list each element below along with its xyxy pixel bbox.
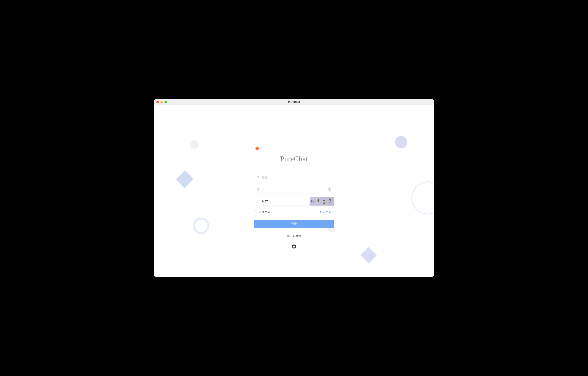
forgot-password-link[interactable]: 忘记密码？ — [320, 210, 334, 214]
login-card: PureChat — [254, 146, 334, 249]
checkbox-box — [254, 210, 257, 214]
titlebar: PureChat — [154, 99, 434, 105]
minimize-window-button[interactable] — [160, 101, 163, 103]
svg-point-0 — [258, 177, 259, 177]
captcha-input[interactable] — [262, 200, 307, 203]
toggle-password-visibility-icon[interactable] — [328, 188, 332, 191]
decoration-diamond — [176, 171, 194, 188]
app-title: PureChat — [280, 155, 308, 163]
svg-rect-1 — [257, 189, 259, 191]
maximize-window-button[interactable] — [165, 101, 167, 103]
close-window-button[interactable] — [156, 101, 159, 103]
password-input[interactable] — [262, 188, 328, 191]
password-row — [254, 185, 334, 194]
lock-icon — [256, 188, 260, 191]
username-input[interactable] — [262, 176, 332, 179]
captcha-image[interactable]: 9 4 5 7 — [310, 197, 334, 206]
user-icon — [256, 176, 260, 179]
login-button[interactable]: 登录 — [254, 220, 334, 228]
decoration-diamond — [360, 247, 377, 263]
divider-line — [304, 236, 334, 236]
window-title: PureChat — [288, 100, 300, 104]
content-area: PureChat — [154, 105, 434, 277]
remember-checkbox[interactable]: 记住密码 — [254, 210, 270, 214]
traffic-lights — [154, 101, 167, 103]
remember-label: 记住密码 — [259, 210, 270, 214]
third-party-divider: 第三方登录 — [254, 234, 334, 238]
divider-line — [254, 236, 284, 236]
login-form: 9 4 5 7 记住密码 忘记密码？ 登录 — [254, 173, 334, 249]
third-party-label: 第三方登录 — [287, 234, 301, 238]
captcha-row: 9 4 5 7 — [254, 197, 334, 206]
options-row: 记住密码 忘记密码？ — [254, 210, 334, 214]
decoration-ring — [193, 218, 210, 234]
theme-toggle[interactable] — [255, 146, 263, 150]
github-login-icon[interactable] — [292, 244, 296, 249]
third-party-row — [254, 244, 334, 249]
decoration-ring — [411, 181, 434, 214]
username-row — [254, 173, 334, 182]
decoration-circle — [395, 136, 407, 148]
key-icon — [256, 200, 260, 203]
decoration-circle — [190, 140, 199, 149]
app-window: PureChat PureChat — [154, 99, 434, 277]
toggle-indicator — [255, 147, 259, 150]
